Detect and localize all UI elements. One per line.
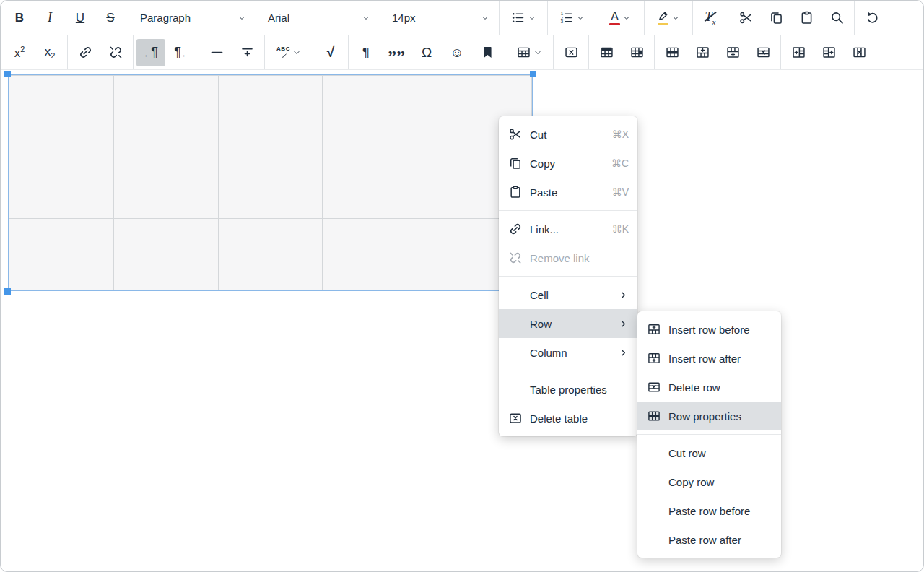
clear-formatting-button[interactable]: Tx bbox=[696, 4, 725, 32]
font-family-select[interactable]: Arial bbox=[258, 1, 378, 35]
submenu-item-insert-row-before[interactable]: Insert row before bbox=[637, 315, 781, 344]
delete-row-button[interactable] bbox=[749, 39, 777, 66]
emoji-button[interactable]: ☺ bbox=[443, 39, 471, 66]
rtl-icon: ¶← bbox=[174, 45, 188, 60]
subscript-button[interactable]: x2 bbox=[35, 39, 64, 66]
rtl-button[interactable]: ¶← bbox=[167, 39, 196, 66]
menu-label: Link... bbox=[530, 223, 605, 235]
text-color-button[interactable]: A bbox=[599, 4, 641, 32]
editor-content[interactable] bbox=[1, 70, 923, 571]
table-cell[interactable] bbox=[323, 76, 427, 147]
context-menu-item-row[interactable]: Row bbox=[499, 309, 637, 338]
toolbar-separator bbox=[133, 35, 134, 69]
table-properties-button[interactable] bbox=[592, 39, 621, 66]
search-icon bbox=[829, 10, 845, 25]
submenu-arrow-icon bbox=[618, 347, 629, 358]
context-menu-item-table-properties[interactable]: Table properties bbox=[499, 375, 637, 404]
equation-button[interactable]: √ bbox=[316, 39, 345, 66]
table-cell[interactable] bbox=[9, 147, 114, 219]
context-menu-item-link[interactable]: Link... ⌘K bbox=[499, 214, 637, 243]
submenu-item-row-properties[interactable]: Row properties bbox=[637, 402, 781, 430]
menu-divider bbox=[637, 434, 781, 435]
submenu-item-cut-row[interactable]: Cut row bbox=[637, 438, 781, 467]
table-cell[interactable] bbox=[113, 219, 218, 290]
table-cell[interactable] bbox=[9, 219, 114, 290]
table-cell[interactable] bbox=[113, 76, 218, 147]
context-menu-item-copy[interactable]: Copy ⌘C bbox=[499, 149, 637, 178]
copy-button[interactable] bbox=[762, 4, 790, 32]
insert-row-before-icon bbox=[647, 322, 661, 337]
block-format-select[interactable]: Paragraph bbox=[131, 1, 253, 35]
page-break-button[interactable] bbox=[232, 39, 261, 66]
insert-row-after-button[interactable] bbox=[718, 39, 747, 66]
ltr-icon: ←¶ bbox=[144, 45, 158, 60]
menu-label: Cut row bbox=[668, 447, 772, 459]
context-menu-item-column[interactable]: Column bbox=[499, 338, 637, 367]
chevron-down-icon bbox=[622, 14, 631, 22]
context-menu-item-paste[interactable]: Paste ⌘V bbox=[499, 178, 637, 207]
menu-shortcut: ⌘K bbox=[612, 223, 629, 235]
delete-table-icon bbox=[508, 411, 523, 425]
table bbox=[9, 75, 532, 290]
delete-row-icon bbox=[647, 380, 661, 394]
table-cell[interactable] bbox=[113, 147, 218, 219]
table-cell[interactable] bbox=[218, 219, 323, 290]
submenu-item-paste-row-after[interactable]: Paste row after bbox=[637, 525, 781, 554]
row-properties-button[interactable] bbox=[658, 39, 687, 66]
italic-button[interactable]: I bbox=[35, 4, 64, 32]
blockquote-button[interactable]: ”” bbox=[382, 39, 411, 66]
delete-table-button[interactable] bbox=[557, 39, 585, 66]
insert-column-after-button[interactable] bbox=[814, 39, 843, 66]
bookmark-button[interactable] bbox=[473, 39, 502, 66]
font-size-select[interactable]: 14px bbox=[383, 1, 497, 35]
table-cell[interactable] bbox=[218, 76, 323, 147]
unlink-button[interactable] bbox=[101, 39, 130, 66]
selection-handle[interactable] bbox=[4, 71, 11, 77]
paste-button[interactable] bbox=[792, 4, 821, 32]
selection-handle[interactable] bbox=[4, 288, 11, 295]
submenu-item-copy-row[interactable]: Copy row bbox=[637, 467, 781, 496]
cut-button[interactable] bbox=[731, 4, 760, 32]
table-button[interactable] bbox=[508, 39, 550, 66]
strikethrough-button[interactable]: S bbox=[96, 4, 125, 32]
table-cell[interactable] bbox=[9, 76, 114, 147]
toolbar-separator bbox=[199, 35, 199, 69]
undo-button[interactable] bbox=[858, 4, 886, 32]
special-character-button[interactable]: Ω bbox=[412, 39, 441, 66]
spellcheck-button[interactable]: ABC bbox=[268, 39, 310, 66]
numbered-list-button[interactable] bbox=[551, 4, 593, 32]
context-menu-item-cell[interactable]: Cell bbox=[499, 280, 637, 309]
submenu-item-insert-row-after[interactable]: Insert row after bbox=[637, 344, 781, 373]
context-menu-item-remove-link[interactable]: Remove link bbox=[499, 243, 637, 272]
delete-table-icon bbox=[564, 45, 579, 60]
link-icon bbox=[78, 45, 93, 60]
link-button[interactable] bbox=[71, 39, 100, 66]
insert-column-before-button[interactable] bbox=[784, 39, 813, 66]
table-cell[interactable] bbox=[218, 147, 323, 219]
horizontal-rule-button[interactable] bbox=[202, 39, 231, 66]
bold-button[interactable]: B bbox=[5, 4, 34, 32]
context-menu-item-cut[interactable]: Cut ⌘X bbox=[499, 120, 637, 149]
superscript-button[interactable]: x2 bbox=[5, 39, 34, 66]
table-cell[interactable] bbox=[323, 219, 427, 290]
delete-column-button[interactable] bbox=[845, 39, 873, 66]
paragraph-marks-button[interactable]: ¶ bbox=[352, 39, 380, 66]
selection-handle[interactable] bbox=[530, 71, 536, 77]
context-menu-item-delete-table[interactable]: Delete table bbox=[499, 404, 637, 433]
cell-properties-button[interactable] bbox=[622, 39, 651, 66]
ltr-button[interactable]: ←¶ bbox=[136, 39, 165, 66]
submenu-item-paste-row-before[interactable]: Paste row before bbox=[637, 496, 781, 525]
bullet-list-button[interactable] bbox=[502, 4, 544, 32]
table-cell[interactable] bbox=[323, 147, 427, 219]
font-family-value: Arial bbox=[268, 12, 289, 24]
insert-row-before-button[interactable] bbox=[688, 39, 717, 66]
unlink-icon bbox=[108, 45, 123, 60]
search-button[interactable] bbox=[822, 4, 851, 32]
selected-table[interactable] bbox=[8, 74, 533, 291]
menu-label: Copy bbox=[530, 157, 604, 170]
highlight-color-button[interactable] bbox=[648, 4, 689, 32]
insert-column-before-icon bbox=[791, 45, 806, 60]
underline-button[interactable]: U bbox=[66, 4, 95, 32]
submenu-item-delete-row[interactable]: Delete row bbox=[637, 373, 781, 402]
toolbar-separator bbox=[644, 1, 645, 35]
